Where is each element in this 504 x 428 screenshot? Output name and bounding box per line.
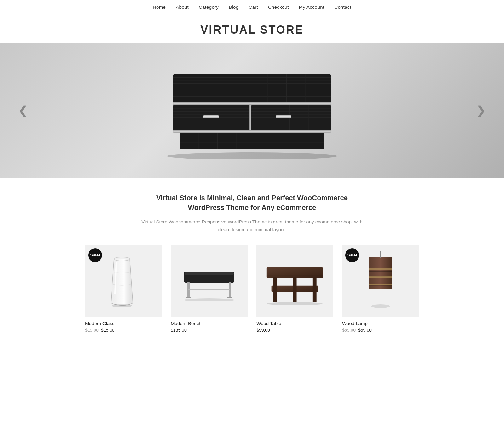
hero-coffee-table-svg (148, 62, 356, 159)
price-original-lamp: $89.00 (342, 328, 356, 333)
svg-rect-83 (369, 284, 392, 285)
product-image-lamp: Sale! (342, 245, 419, 317)
nav-blog[interactable]: Blog (229, 4, 238, 10)
product-image-glass: Sale! (85, 245, 162, 317)
bench-svg (178, 259, 241, 303)
price-wrap-bench: $135.00 (171, 328, 248, 333)
product-name-bench: Modern Bench (171, 321, 248, 326)
nav-category[interactable]: Category (199, 4, 219, 10)
svg-rect-84 (380, 251, 381, 258)
price-original-glass: $19.00 (85, 328, 99, 333)
hero-slider: ❮ (0, 43, 504, 178)
nav-about[interactable]: About (176, 4, 189, 10)
tagline-body: Virtual Store Woocommerce Responsive Wor… (139, 218, 365, 234)
svg-rect-70 (273, 277, 277, 302)
price-wrap-table: $99.00 (256, 328, 333, 333)
product-card-table[interactable]: Wood Table $99.00 (256, 245, 333, 334)
tagline-section: Virtual Store is Minimal, Clean and Perf… (132, 178, 372, 245)
sale-badge-glass: Sale! (88, 248, 102, 262)
lamp-svg (360, 251, 401, 311)
svg-point-0 (167, 152, 337, 159)
table-svg (262, 257, 327, 305)
svg-rect-41 (276, 116, 291, 117)
nav-cart[interactable]: Cart (249, 4, 258, 10)
price-regular-bench: $135.00 (171, 328, 187, 333)
price-sale-lamp: $59.00 (358, 328, 372, 333)
slider-next-button[interactable]: ❯ (471, 101, 491, 120)
svg-point-73 (267, 302, 323, 305)
svg-rect-81 (369, 268, 392, 270)
svg-rect-1 (173, 74, 331, 103)
products-grid: Sale! (66, 245, 438, 353)
product-info-glass: Modern Glass $19.00 $15.00 (85, 317, 162, 334)
nav-checkout[interactable]: Checkout (268, 4, 289, 10)
svg-rect-28 (203, 116, 219, 117)
nav-home[interactable]: Home (153, 4, 166, 10)
product-info-table: Wood Table $99.00 (256, 317, 333, 334)
svg-rect-17 (173, 103, 331, 104)
product-image-bench (171, 245, 248, 317)
product-card-glass[interactable]: Sale! (85, 245, 162, 334)
product-name-table: Wood Table (256, 321, 333, 326)
svg-rect-71 (313, 277, 317, 302)
price-regular-table: $99.00 (256, 328, 270, 333)
svg-point-85 (371, 304, 390, 308)
product-name-glass: Modern Glass (85, 321, 162, 326)
price-sale-glass: $15.00 (101, 328, 115, 333)
svg-rect-44 (180, 133, 324, 149)
svg-rect-65 (267, 267, 323, 278)
svg-point-56 (112, 304, 132, 307)
tagline-heading: Virtual Store is Minimal, Clean and Perf… (139, 193, 365, 213)
glass-svg (103, 253, 144, 309)
price-wrap-lamp: $89.00 $59.00 (342, 328, 419, 333)
svg-rect-30 (250, 105, 251, 130)
product-info-lamp: Wood Lamp $89.00 $59.00 (342, 317, 419, 334)
product-card-lamp[interactable]: Sale! (342, 245, 419, 334)
svg-rect-82 (369, 276, 392, 278)
svg-rect-63 (227, 297, 232, 298)
product-image-table (256, 245, 333, 317)
nav-my-account[interactable]: My Account (299, 4, 324, 10)
slider-prev-button[interactable]: ❮ (13, 101, 33, 120)
svg-rect-72 (293, 277, 297, 302)
site-title: VIRTUAL STORE (0, 23, 504, 37)
nav-contact[interactable]: Contact (334, 4, 351, 10)
site-title-section: VIRTUAL STORE (0, 14, 504, 43)
svg-rect-61 (188, 289, 230, 290)
svg-rect-58 (185, 272, 234, 275)
hero-product-image (148, 62, 356, 159)
price-wrap-glass: $19.00 $15.00 (85, 328, 162, 333)
svg-point-64 (184, 298, 234, 301)
sale-badge-lamp: Sale! (345, 248, 359, 262)
product-name-lamp: Wood Lamp (342, 321, 419, 326)
svg-rect-62 (186, 297, 191, 298)
product-info-bench: Modern Bench $135.00 (171, 317, 248, 334)
svg-rect-43 (173, 131, 331, 132)
main-nav: Home About Category Blog Cart Checkout M… (0, 0, 504, 14)
product-card-bench[interactable]: Modern Bench $135.00 (171, 245, 248, 334)
